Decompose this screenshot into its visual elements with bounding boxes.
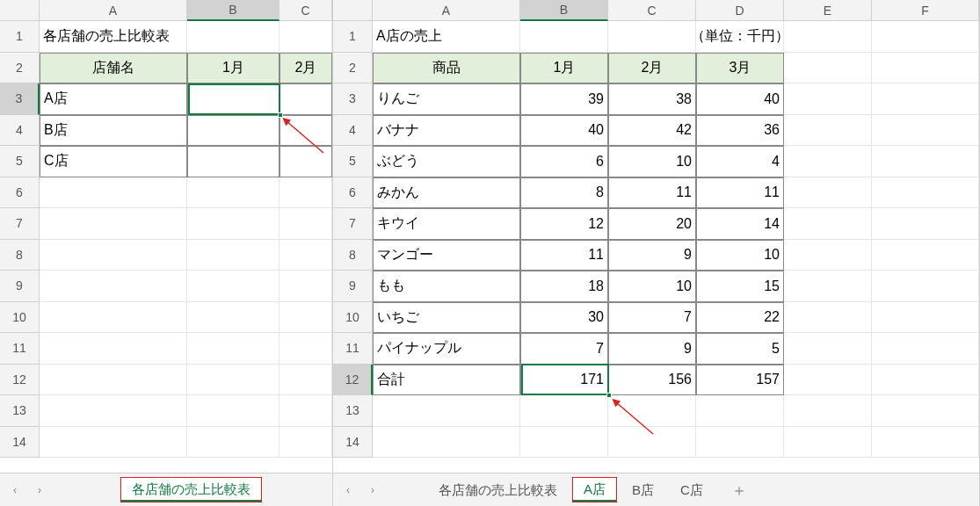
cell[interactable]: A店の売上 [373,21,520,53]
cell[interactable] [872,115,979,147]
cell[interactable] [872,21,979,53]
row-header[interactable]: 3 [0,83,40,115]
tab-nav-next[interactable]: › [363,481,382,500]
cell[interactable] [279,177,332,209]
cell[interactable]: 12 [520,208,608,240]
cell[interactable] [279,333,332,365]
row-header[interactable]: 3 [333,83,373,115]
tab-nav-next[interactable]: › [30,481,49,500]
row-header[interactable]: 5 [0,146,40,177]
cell[interactable] [696,395,784,427]
cell[interactable]: 30 [520,302,608,334]
cell[interactable]: 2月 [279,53,332,84]
cell[interactable] [40,365,187,396]
cell[interactable]: 9 [608,333,696,365]
row-header[interactable]: 10 [0,302,40,334]
row-header[interactable]: 9 [0,271,40,302]
cell[interactable] [608,21,696,53]
cell[interactable] [872,271,979,302]
row-header[interactable]: 4 [0,115,40,147]
cell[interactable] [187,146,279,177]
cell[interactable] [872,240,979,271]
cell[interactable] [40,240,187,271]
cell[interactable] [187,427,279,459]
cell[interactable] [696,427,784,459]
cell[interactable]: （単位：千円） [696,21,784,53]
col-header-B[interactable]: B [520,0,608,21]
cell[interactable] [784,146,872,177]
cell[interactable] [784,427,872,459]
cell[interactable]: いちご [373,302,520,334]
cell[interactable]: 2月 [608,53,696,84]
cell[interactable] [40,208,187,240]
cell[interactable] [872,302,979,334]
col-header-E[interactable]: E [784,0,872,21]
cell[interactable] [784,365,872,396]
cell[interactable] [520,395,608,427]
cell[interactable]: 商品 [373,53,520,84]
row-header[interactable]: 6 [333,177,373,209]
row-header[interactable]: 7 [0,208,40,240]
select-all-corner[interactable] [333,0,373,21]
cell[interactable]: C店 [40,146,187,177]
cell[interactable]: マンゴー [373,240,520,271]
cell[interactable] [279,365,332,396]
cell[interactable]: りんご [373,83,520,115]
cell[interactable] [187,333,279,365]
col-header-C[interactable]: C [279,0,332,21]
cell[interactable] [187,365,279,396]
cell[interactable] [872,427,979,459]
cell[interactable]: キウイ [373,208,520,240]
cell[interactable]: 10 [608,271,696,302]
cell[interactable] [40,271,187,302]
cell[interactable]: 156 [608,365,696,396]
cell[interactable]: ぶどう [373,146,520,177]
cell[interactable]: 40 [520,115,608,147]
cell[interactable]: 157 [696,365,784,396]
cell[interactable] [279,208,332,240]
col-header-C[interactable]: C [608,0,696,21]
row-header[interactable]: 12 [333,365,373,396]
cell[interactable] [784,333,872,365]
cell[interactable] [784,115,872,147]
cell[interactable]: 1月 [187,53,279,84]
cell[interactable] [872,146,979,177]
cell[interactable] [279,271,332,302]
row-header[interactable]: 1 [333,21,373,53]
row-header[interactable]: 2 [0,53,40,84]
row-header[interactable]: 13 [0,395,40,427]
cell[interactable]: 11 [608,177,696,209]
cell[interactable]: 42 [608,115,696,147]
row-header[interactable]: 4 [333,115,373,147]
cell[interactable] [40,302,187,334]
cell[interactable] [784,21,872,53]
sheet-tab-b-store[interactable]: B店 [621,479,664,501]
cell[interactable]: 7 [608,302,696,334]
cell[interactable] [784,53,872,84]
cell[interactable]: 18 [520,271,608,302]
cell[interactable]: 11 [696,177,784,209]
cell[interactable] [279,21,332,53]
cell[interactable]: 店舗名 [40,53,187,84]
cell[interactable] [187,208,279,240]
row-header[interactable]: 7 [333,208,373,240]
cell[interactable] [784,208,872,240]
cell[interactable]: 10 [696,240,784,271]
row-header[interactable]: 1 [0,21,40,53]
cell[interactable] [373,427,520,459]
cell[interactable]: 20 [608,208,696,240]
row-header[interactable]: 14 [0,427,40,459]
cell[interactable]: 171 [520,365,608,396]
cell[interactable] [40,427,187,459]
col-header-B[interactable]: B [187,0,279,21]
cell[interactable] [187,115,279,147]
col-header-A[interactable]: A [40,0,187,21]
sheet-tab-c-store[interactable]: C店 [670,479,714,501]
cell[interactable] [40,395,187,427]
cell[interactable] [784,177,872,209]
cell[interactable] [520,427,608,459]
row-header[interactable]: 8 [0,240,40,271]
cell[interactable] [187,83,279,115]
cell[interactable]: パイナップル [373,333,520,365]
cell[interactable] [187,271,279,302]
